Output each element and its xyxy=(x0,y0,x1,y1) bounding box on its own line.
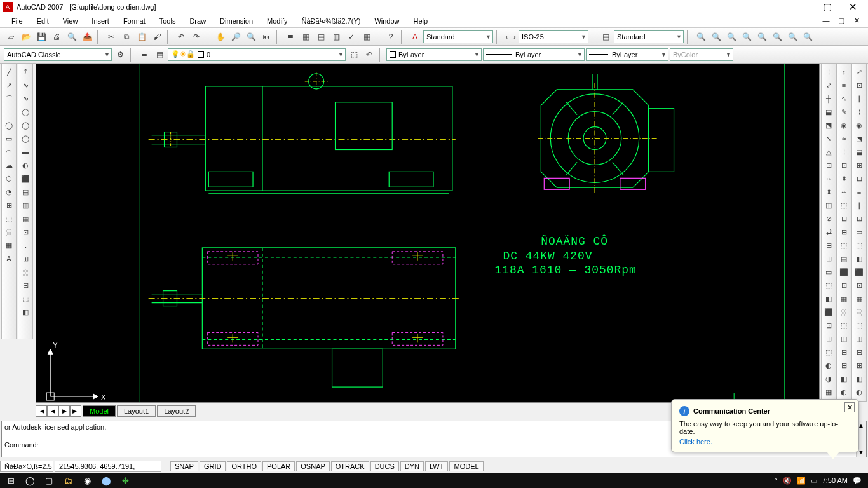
publish-icon[interactable]: 📤 xyxy=(80,30,94,44)
right1-btn-9[interactable]: ⬍ xyxy=(822,186,835,198)
right3-btn-12[interactable]: ▭ xyxy=(853,226,865,238)
dim-style-icon[interactable]: ⟷ xyxy=(503,30,517,44)
menu-insert[interactable]: Insert xyxy=(85,16,116,26)
tab-model[interactable]: Model xyxy=(83,405,116,417)
menu-file[interactable]: File xyxy=(5,16,29,26)
layer-props-icon[interactable]: ≣ xyxy=(137,48,151,62)
dc-icon[interactable]: ▦ xyxy=(299,30,313,44)
left1-btn-11[interactable]: ⬚ xyxy=(3,212,15,225)
menu-view[interactable]: View xyxy=(57,16,85,26)
undo-icon[interactable]: ↶ xyxy=(174,30,188,44)
table-style-icon[interactable]: ▤ xyxy=(599,30,613,44)
right2-btn-2[interactable]: ∿ xyxy=(837,92,850,105)
cut-icon[interactable]: ✂ xyxy=(104,30,118,44)
right2-btn-21[interactable]: ⊟ xyxy=(837,346,850,358)
left2-btn-1[interactable]: ∿ xyxy=(19,79,32,92)
menu-modify[interactable]: Modify xyxy=(261,16,294,26)
right3-btn-13[interactable]: ⬚ xyxy=(853,239,865,252)
right2-btn-0[interactable]: ↕ xyxy=(837,65,850,78)
zoom8-icon[interactable]: 🔍 xyxy=(801,30,815,44)
left2-btn-17[interactable]: ⬚ xyxy=(19,292,32,305)
help-icon[interactable]: ? xyxy=(384,30,398,44)
right3-btn-2[interactable]: ∥ xyxy=(853,92,865,105)
mdi-restore-button[interactable]: ▢ xyxy=(835,17,848,25)
menu-format[interactable]: Format xyxy=(117,16,152,26)
cortana-icon[interactable]: ◯ xyxy=(20,473,39,488)
left2-btn-2[interactable]: ∿ xyxy=(19,92,32,105)
zoom5-icon[interactable]: 🔍 xyxy=(755,30,769,44)
left2-btn-7[interactable]: ◐ xyxy=(19,159,32,172)
right2-btn-22[interactable]: ⊞ xyxy=(837,359,850,372)
right2-btn-10[interactable]: ⬚ xyxy=(837,199,850,212)
ssm-icon[interactable]: ▥ xyxy=(329,30,343,44)
right2-btn-13[interactable]: ⬚ xyxy=(837,239,850,252)
mdi-close-button[interactable]: ✕ xyxy=(850,17,863,25)
status-toggle-grid[interactable]: GRID xyxy=(200,461,226,471)
status-toggle-osnap[interactable]: OSNAP xyxy=(296,461,330,471)
table-style-combo[interactable]: Standard▼ xyxy=(614,30,684,43)
right1-btn-10[interactable]: ◫ xyxy=(822,199,835,212)
left1-btn-2[interactable]: ⌒ xyxy=(3,92,15,105)
right3-btn-18[interactable]: ░ xyxy=(853,306,865,318)
right2-btn-23[interactable]: ◧ xyxy=(837,372,850,385)
right3-btn-4[interactable]: ◉ xyxy=(853,119,865,132)
wssettings-icon[interactable]: ⚙ xyxy=(113,48,127,62)
right2-btn-15[interactable]: ⬛ xyxy=(837,266,850,278)
left2-btn-8[interactable]: ⬛ xyxy=(19,172,32,185)
lineweight-combo[interactable]: ByLayer▼ xyxy=(586,48,668,61)
right1-btn-6[interactable]: △ xyxy=(822,146,835,158)
tab-nav-next-icon[interactable]: ▶ xyxy=(58,405,70,417)
right3-btn-14[interactable]: ◧ xyxy=(853,252,865,265)
left2-btn-18[interactable]: ◧ xyxy=(19,306,32,318)
zoom4-icon[interactable]: 🔍 xyxy=(740,30,754,44)
layer-combo[interactable]: 💡 ☀ 🔓 0 ▼ xyxy=(168,48,346,61)
right1-btn-1[interactable]: ⤢ xyxy=(822,79,835,92)
tray-mute-icon[interactable]: 🔇 xyxy=(783,477,792,485)
text-style-combo[interactable]: Standard▼ xyxy=(423,30,493,43)
mdi-minimize-button[interactable]: — xyxy=(820,17,832,25)
left1-btn-10[interactable]: ⊞ xyxy=(3,199,15,212)
tray-clock[interactable]: 7:50 AM xyxy=(822,477,848,484)
left1-btn-13[interactable]: ▦ xyxy=(3,239,15,252)
right1-btn-3[interactable]: ⬓ xyxy=(822,105,835,118)
left2-btn-11[interactable]: ▦ xyxy=(19,212,32,225)
save-icon[interactable]: 💾 xyxy=(34,30,48,44)
right3-btn-7[interactable]: ⊞ xyxy=(853,159,865,172)
left1-btn-8[interactable]: ⬡ xyxy=(3,172,15,185)
left2-btn-3[interactable]: ◯ xyxy=(19,105,32,118)
right1-btn-15[interactable]: ▭ xyxy=(822,266,835,278)
tray-lang-icon[interactable]: ▭ xyxy=(811,477,817,485)
tray-wifi-icon[interactable]: 📶 xyxy=(797,477,806,485)
right1-btn-23[interactable]: ◑ xyxy=(822,372,835,385)
right1-btn-0[interactable]: ⊹ xyxy=(822,65,835,78)
status-toggle-snap[interactable]: SNAP xyxy=(170,461,198,471)
menu-tools[interactable]: Tools xyxy=(153,16,182,26)
right3-btn-21[interactable]: ⊟ xyxy=(853,346,865,358)
menu-window[interactable]: Window xyxy=(368,16,405,26)
right3-btn-10[interactable]: ∥ xyxy=(853,199,865,212)
paste-icon[interactable]: 📋 xyxy=(135,30,149,44)
right2-btn-18[interactable]: ░ xyxy=(837,306,850,318)
preview-icon[interactable]: 🔍 xyxy=(65,30,79,44)
right3-btn-0[interactable]: ⤢ xyxy=(853,65,865,78)
menu-edit[interactable]: Edit xyxy=(31,16,55,26)
right2-btn-11[interactable]: ⊟ xyxy=(837,212,850,225)
right3-btn-6[interactable]: ⬓ xyxy=(853,146,865,158)
right1-btn-17[interactable]: ◧ xyxy=(822,292,835,305)
color-combo[interactable]: ByLayer▼ xyxy=(386,48,482,61)
left2-btn-0[interactable]: ⤴ xyxy=(19,65,32,78)
left2-btn-4[interactable]: ◯ xyxy=(19,119,32,132)
menu-extra[interactable]: ÑàÐã¹¤¾ßÏä2.7(Y) xyxy=(295,16,367,26)
right3-btn-8[interactable]: ⊟ xyxy=(853,172,865,185)
left1-btn-0[interactable]: ╱ xyxy=(3,65,15,78)
status-toggle-polar[interactable]: POLAR xyxy=(262,461,295,471)
zoom7-icon[interactable]: 🔍 xyxy=(785,30,799,44)
tab-layout2[interactable]: Layout2 xyxy=(157,405,196,417)
left2-btn-12[interactable]: ⊡ xyxy=(19,226,32,238)
menu-help[interactable]: Help xyxy=(407,16,435,26)
right1-btn-22[interactable]: ◐ xyxy=(822,359,835,372)
left2-btn-16[interactable]: ⊟ xyxy=(19,279,32,292)
right3-btn-19[interactable]: ⬚ xyxy=(853,319,865,332)
left2-btn-15[interactable]: ░ xyxy=(19,266,32,278)
menu-draw[interactable]: Draw xyxy=(183,16,212,26)
